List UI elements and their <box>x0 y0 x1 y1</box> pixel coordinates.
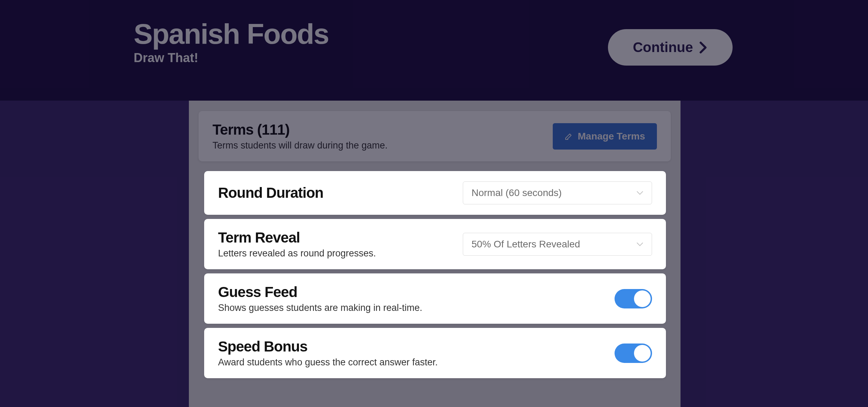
chevron-right-icon <box>699 41 708 54</box>
speed-bonus-toggle[interactable] <box>615 344 652 363</box>
chevron-down-icon <box>636 242 643 247</box>
highlighted-settings: Round Duration Normal (60 seconds) Term … <box>204 164 666 400</box>
speed-bonus-title: Speed Bonus <box>218 338 615 355</box>
page-header: Spanish Foods Draw That! Continue <box>0 0 868 101</box>
continue-button[interactable]: Continue <box>608 29 733 66</box>
round-duration-select[interactable]: Normal (60 seconds) <box>463 181 652 204</box>
continue-label: Continue <box>633 40 693 55</box>
terms-card: Terms (111) Terms students will draw dur… <box>199 111 671 161</box>
speed-bonus-card: Speed Bonus Award students who guess the… <box>204 328 666 378</box>
term-reveal-value: 50% Of Letters Revealed <box>471 239 580 250</box>
manage-terms-label: Manage Terms <box>578 131 645 142</box>
manage-terms-button[interactable]: Manage Terms <box>553 123 657 150</box>
chevron-down-icon <box>636 190 643 195</box>
page-title: Spanish Foods <box>134 19 868 49</box>
term-reveal-title: Term Reveal <box>218 229 463 246</box>
term-reveal-select[interactable]: 50% Of Letters Revealed <box>463 233 652 256</box>
guess-feed-desc: Shows guesses students are making in rea… <box>218 303 615 313</box>
round-duration-title: Round Duration <box>218 185 463 201</box>
term-reveal-card: Term Reveal Letters revealed as round pr… <box>204 219 666 269</box>
speed-bonus-desc: Award students who guess the correct ans… <box>218 357 615 368</box>
page-subtitle: Draw That! <box>134 51 868 65</box>
toggle-knob <box>634 345 651 362</box>
round-duration-value: Normal (60 seconds) <box>471 187 562 198</box>
guess-feed-title: Guess Feed <box>218 284 615 300</box>
edit-icon <box>565 132 573 141</box>
round-duration-card: Round Duration Normal (60 seconds) <box>204 171 666 215</box>
guess-feed-card: Guess Feed Shows guesses students are ma… <box>204 273 666 324</box>
toggle-knob <box>634 290 651 307</box>
term-reveal-desc: Letters revealed as round progresses. <box>218 248 463 259</box>
terms-desc: Terms students will draw during the game… <box>212 140 553 151</box>
terms-title: Terms (111) <box>212 121 553 138</box>
guess-feed-toggle[interactable] <box>615 289 652 308</box>
